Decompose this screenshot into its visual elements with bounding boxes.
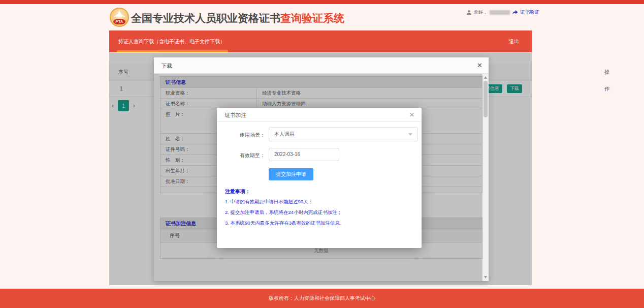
usage-scene-value: 本人调用 xyxy=(274,128,295,141)
greeting-text: 您好， xyxy=(474,9,488,16)
download-modal-close-icon[interactable]: ✕ xyxy=(477,57,482,74)
scrollbar-thumb[interactable] xyxy=(484,81,488,117)
page-title-main: 全国专业技术人员职业资格证书 xyxy=(131,12,280,24)
redacted-username xyxy=(490,10,510,15)
user-area: 您好， 证书验证 xyxy=(466,8,539,16)
modal-scrollbar[interactable] xyxy=(482,74,489,281)
notes-title: 注意事项： xyxy=(225,188,250,195)
scrollbar-up-icon[interactable] xyxy=(484,76,487,79)
chevron-down-icon xyxy=(408,133,412,136)
page-title-accent: 查询验证系统 xyxy=(280,12,344,24)
expiry-date-input[interactable]: 2022-03-16 xyxy=(269,148,339,161)
nav-spacer xyxy=(234,30,496,52)
footer-copyright: 版权所有：人力资源和社会保障部人事考试中心 xyxy=(0,289,644,308)
usage-scene-label: 使用场景： xyxy=(217,132,265,139)
download-modal-title: 下载 xyxy=(162,57,172,74)
annotation-modal-close-icon[interactable]: ✕ xyxy=(409,108,414,122)
active-tab-underline xyxy=(117,50,228,52)
expiry-date-value: 2022-03-16 xyxy=(274,148,300,161)
logout-button[interactable]: 退出 xyxy=(496,30,532,52)
annotation-modal: 证书加注 ✕ 使用场景： 本人调用 有效期至： 2022-03-16 提交加注申… xyxy=(217,108,422,248)
usage-scene-select[interactable]: 本人调用 xyxy=(269,127,418,141)
user-icon xyxy=(466,10,472,15)
nav-item-label: 持证人查询下载（含电子证书、电子文件下载） xyxy=(118,38,225,45)
note-line-2: 2. 提交加注申请后，系统将在24小时内完成证书加注； xyxy=(225,209,342,216)
nav-item-holder-query-download[interactable]: 持证人查询下载（含电子证书、电子文件下载） xyxy=(109,30,234,52)
top-accent-bar xyxy=(0,0,644,4)
certificate-verify-link[interactable]: 证书验证 xyxy=(520,9,539,16)
logo-pta-badge: PTA xyxy=(113,19,125,24)
main-navbar: 持证人查询下载（含电子证书、电子文件下载） 退出 xyxy=(109,30,532,52)
column-header-action: 操作 xyxy=(604,64,609,97)
download-modal-titlebar: 下载 ✕ xyxy=(154,57,489,74)
page-title: 全国专业技术人员职业资格证书查询验证系统 xyxy=(131,11,344,25)
page-header: PTA 全国专业技术人员职业资格证书查询验证系统 您好， 证书验证 xyxy=(0,4,644,30)
annotation-modal-title: 证书加注 xyxy=(225,108,246,122)
expiry-date-label: 有效期至： xyxy=(217,152,265,159)
scrollbar-down-icon[interactable] xyxy=(484,276,487,279)
submit-annotation-button[interactable]: 提交加注申请 xyxy=(269,168,313,180)
note-line-3: 3. 本系统90天内最多允许存在3条有效的证书加注信息。 xyxy=(225,220,344,227)
annotation-modal-titlebar: 证书加注 ✕ xyxy=(217,108,422,122)
share-arrow-icon xyxy=(512,10,518,15)
note-line-1: 1. 申请的有效期距申请日不能超过90天； xyxy=(225,199,313,205)
pta-logo: PTA xyxy=(110,8,129,27)
